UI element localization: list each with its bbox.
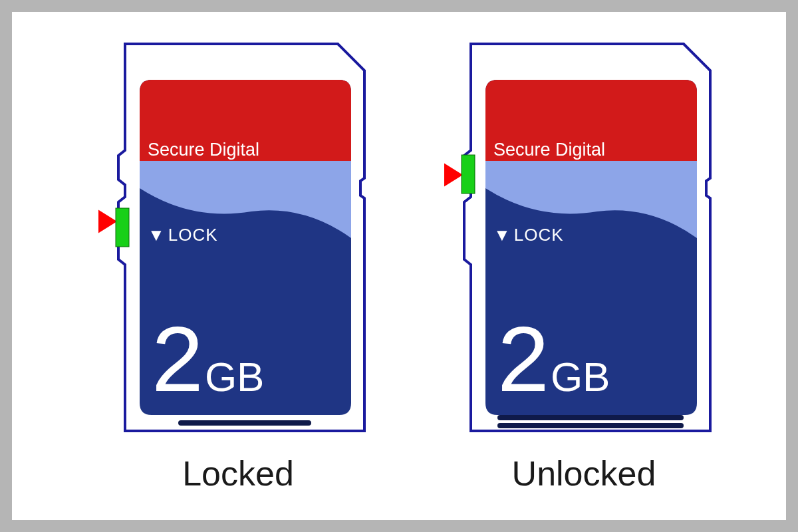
bottom-stripe xyxy=(497,415,684,420)
caption-unlocked: Unlocked xyxy=(444,454,724,493)
lock-label: ▼LOCK xyxy=(493,225,564,245)
lock-switch[interactable] xyxy=(116,208,129,247)
sd-card-locked: Secure Digital ▼LOCK 2GB Locked xyxy=(98,39,378,493)
sd-card-label: Secure Digital ▼LOCK 2GB xyxy=(140,80,351,415)
caption-locked: Locked xyxy=(98,454,378,493)
bottom-stripe xyxy=(178,420,311,426)
bottom-stripe-2 xyxy=(497,423,684,428)
svg-marker-2 xyxy=(98,208,117,235)
svg-marker-5 xyxy=(444,162,463,188)
sd-card-unlocked-svg: Secure Digital ▼LOCK 2GB xyxy=(444,39,724,451)
lock-label: ▼LOCK xyxy=(148,225,218,245)
brand-text: Secure Digital xyxy=(148,140,259,160)
sd-card-locked-svg: Secure Digital ▼LOCK 2GB xyxy=(98,39,378,451)
arrow-indicator xyxy=(444,162,463,188)
lock-switch[interactable] xyxy=(462,155,475,194)
arrow-indicator xyxy=(98,208,117,235)
sd-card-unlocked: Secure Digital ▼LOCK 2GB Unlocked xyxy=(444,39,724,493)
brand-text: Secure Digital xyxy=(493,140,605,160)
sd-card-label: Secure Digital ▼LOCK 2GB xyxy=(485,80,697,415)
diagram-canvas: Secure Digital ▼LOCK 2GB Locked xyxy=(12,12,786,520)
